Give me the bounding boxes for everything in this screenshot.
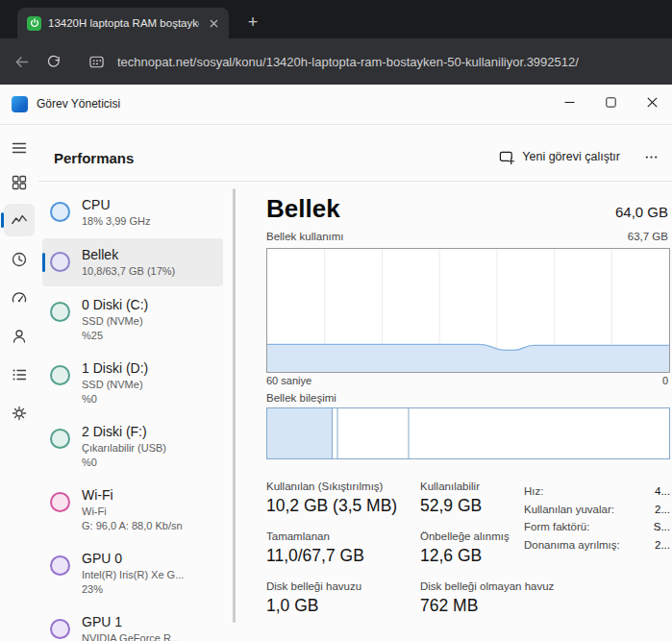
address-bar-url[interactable]: technopat.net/sosyal/konu/13420h-laptopt… [117, 55, 579, 69]
memory-composition-bar [266, 407, 670, 459]
disk-graph-icon [50, 365, 70, 385]
cpu-graph-icon [50, 202, 70, 222]
list-item-disk1[interactable]: 1 Diski (D:) SSD (NVMe) %0 [38, 352, 229, 415]
task-manager-icon [12, 96, 28, 112]
list-scrollbar[interactable] [233, 188, 236, 623]
back-icon[interactable] [8, 48, 35, 75]
list-item-gpu1[interactable]: GPU 1 NVIDIA GeForce R... [38, 605, 229, 641]
menu-icon[interactable] [0, 131, 38, 165]
stat-label: Kullanılan (Sıkıştırılmış) [266, 481, 383, 492]
stat-label: Kullanılabilir [420, 481, 480, 492]
gpu-graph-icon [50, 555, 70, 576]
run-task-icon [499, 149, 515, 165]
minimize-button[interactable] [549, 85, 589, 119]
maximize-button[interactable] [590, 85, 631, 119]
memory-graph-icon [50, 252, 70, 272]
processes-icon[interactable] [0, 165, 38, 200]
memory-usage-chart [266, 248, 670, 373]
left-rail [0, 126, 38, 641]
new-tab-button[interactable]: + [240, 10, 265, 35]
list-item-cpu[interactable]: CPU 18% 3,99 GHz [38, 188, 229, 238]
hardware-stat-row: Form faktörü: S... [524, 518, 670, 536]
startup-apps-icon[interactable] [0, 281, 38, 315]
stat-value: 10,2 GB (3,5 MB) [266, 496, 397, 516]
close-button[interactable] [632, 85, 672, 119]
memory-panel: Bellek 64,0 GB Bellek kullanımı 63,7 GB … [266, 181, 670, 641]
stat-label: Disk belleği havuzu [266, 580, 361, 592]
composition-label: Bellek bileşimi [266, 392, 336, 404]
services-icon[interactable] [0, 396, 38, 431]
hardware-stat-row: Kullanılan yuvalar: 2... [524, 501, 670, 519]
screen: 13420H laptopta RAM boştayke... + techno… [0, 0, 672, 641]
disk-graph-icon [50, 302, 70, 322]
browser-tab[interactable]: 13420H laptopta RAM boştayke... [17, 8, 229, 38]
browser-navbar: technopat.net/sosyal/konu/13420h-laptopt… [0, 38, 672, 85]
disk-graph-icon [50, 429, 70, 449]
browser-tab-strip: 13420H laptopta RAM boştayke... + [0, 0, 672, 38]
stat-value: 12,6 GB [420, 546, 482, 566]
memory-title: Bellek [266, 194, 340, 224]
more-options-icon[interactable] [637, 144, 664, 169]
site-favicon [27, 16, 41, 31]
details-icon[interactable] [0, 357, 38, 392]
stat-label: Disk belleği olmayan havuz [420, 580, 554, 592]
memory-total: 64,0 GB [615, 204, 668, 220]
tab-close-icon[interactable] [206, 15, 221, 31]
hardware-stat-row: Donanıma ayrılmış: 2... [524, 536, 670, 555]
stat-value: 11,0/67,7 GB [266, 546, 364, 566]
chart-time-start: 60 saniye [266, 375, 311, 386]
list-accent-pill [42, 253, 45, 272]
page-title: Performans [54, 150, 134, 166]
stat-value: 762 MB [420, 596, 478, 616]
stat-value: 52,9 GB [420, 496, 482, 516]
rail-accent-pill [1, 212, 4, 228]
performance-icon[interactable] [0, 203, 38, 237]
chart-time-end: 0 [662, 375, 668, 386]
list-item-disk2[interactable]: 2 Diski (F:) Çıkarılabilir (USB) %0 [38, 415, 229, 479]
window-title: Görev Yöneticisi [37, 97, 120, 111]
performance-list: CPU 18% 3,99 GHz Bellek 10,8/63,7 GB (17… [38, 181, 231, 641]
run-new-task-button[interactable]: Yeni görevi çalıştır [491, 142, 628, 171]
list-item-gpu0[interactable]: GPU 0 Intel(R) Iris(R) Xe G... 23% [38, 542, 229, 605]
app-history-icon[interactable] [0, 242, 38, 277]
stat-label: Tamamlanan [266, 530, 330, 542]
gpu-graph-icon [50, 619, 70, 639]
usage-chart-max: 63,7 GB [628, 231, 668, 242]
hardware-stats: Hız: 4... Kullanılan yuvalar: 2... Form … [524, 482, 670, 554]
hardware-stat-row: Hız: 4... [524, 482, 670, 501]
users-icon[interactable] [0, 319, 38, 354]
stat-value: 1,0 GB [266, 596, 318, 616]
list-item-wifi[interactable]: Wi-Fi Wi-Fi G: 96,0 A: 88,0 Kb/sn [38, 479, 229, 542]
refresh-icon[interactable] [40, 48, 67, 75]
list-item-memory-selected[interactable]: Bellek 10,8/63,7 GB (17%) [38, 238, 229, 288]
tab-title: 13420H laptopta RAM boştayke... [48, 17, 199, 29]
wifi-graph-icon [50, 492, 70, 512]
stat-label: Önbelleğe alınmış [420, 530, 510, 542]
site-permissions-icon[interactable] [83, 48, 110, 75]
task-manager-window: Görev Yöneticisi [0, 85, 672, 641]
window-titlebar: Görev Yöneticisi [0, 85, 672, 125]
usage-chart-label: Bellek kullanımı [266, 231, 344, 242]
run-new-task-label: Yeni görevi çalıştır [522, 150, 620, 163]
list-item-disk0[interactable]: 0 Diski (C:) SSD (NVMe) %25 [38, 288, 229, 352]
